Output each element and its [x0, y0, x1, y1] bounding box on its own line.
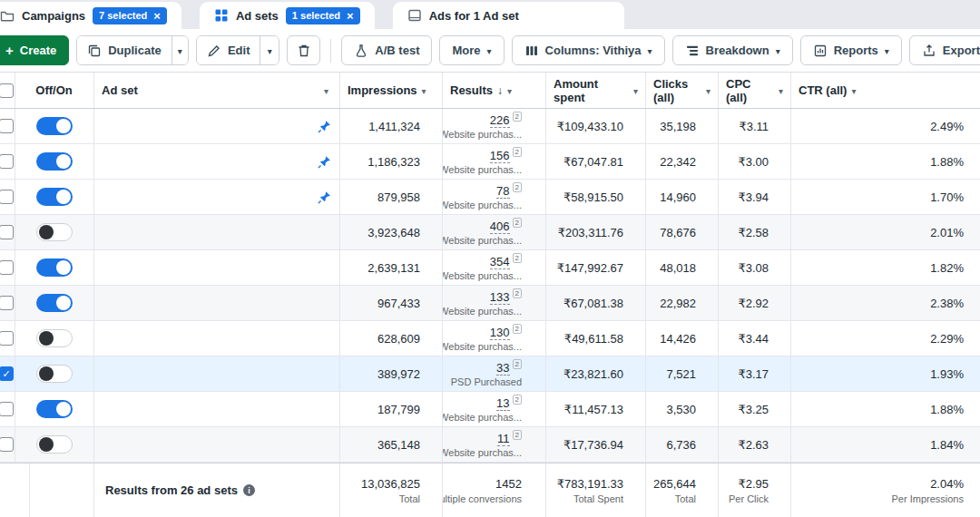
adset-name-cell[interactable]: [94, 286, 340, 320]
table-row[interactable]: 2,639,131 354 2 Website purchas... ₹147,…: [0, 250, 980, 286]
table-row[interactable]: 628,609 130 2 Website purchas... ₹49,611…: [0, 321, 980, 356]
columns-button[interactable]: Columns: Vithiya: [512, 35, 665, 65]
table-row[interactable]: 967,433 133 2 Website purchas... ₹67,081…: [0, 286, 980, 321]
adset-name-cell[interactable]: [94, 356, 340, 391]
duplicate-dropdown[interactable]: [172, 36, 188, 64]
row-toggle[interactable]: [36, 365, 73, 383]
delete-button[interactable]: [287, 35, 320, 65]
footer-impressions: 13,036,825 Total: [340, 463, 443, 517]
breakdown-button[interactable]: Breakdown: [672, 35, 793, 65]
row-toggle[interactable]: [36, 258, 73, 277]
adset-name-cell[interactable]: [94, 180, 340, 214]
edit-dropdown[interactable]: [260, 36, 278, 64]
row-checkbox[interactable]: [0, 296, 14, 310]
adset-name-cell[interactable]: [94, 109, 340, 143]
adsets-selected-badge[interactable]: 1 selected: [286, 7, 360, 24]
row-checkbox[interactable]: [0, 260, 14, 275]
table-row[interactable]: 879,958 78 2 Website purchas... ₹58,915.…: [0, 180, 980, 215]
col-header-adset-label: Ad set: [102, 83, 138, 97]
info-icon[interactable]: [243, 484, 255, 496]
row-toggle[interactable]: [36, 400, 73, 418]
adset-name-cell[interactable]: [94, 427, 340, 462]
reports-button[interactable]: Reports: [800, 35, 902, 65]
chevron-down-icon[interactable]: [422, 83, 426, 97]
row-toggle[interactable]: [36, 152, 73, 171]
row-checkbox[interactable]: [0, 119, 14, 133]
results-value[interactable]: 11: [497, 432, 510, 446]
cell-amount-spent: ₹67,081.38: [546, 286, 646, 320]
chevron-down-icon[interactable]: [633, 83, 638, 97]
chevron-down-icon[interactable]: [507, 83, 512, 97]
duplicate-button[interactable]: Duplicate: [77, 36, 172, 64]
col-header-results[interactable]: Results: [443, 73, 546, 108]
create-button[interactable]: Create: [0, 35, 69, 65]
cell-clicks: 22,982: [646, 286, 719, 320]
col-header-ctr[interactable]: CTR (all): [791, 73, 980, 108]
chevron-down-icon[interactable]: [779, 83, 783, 97]
row-toggle[interactable]: [36, 223, 73, 241]
results-value[interactable]: 156: [490, 149, 510, 163]
close-icon[interactable]: [347, 10, 354, 22]
row-checkbox[interactable]: [0, 331, 14, 346]
table-row[interactable]: 389,972 33 2 PSD Purchased ₹23,821.60 7,…: [0, 356, 980, 392]
results-attribution-badge: 2: [513, 324, 522, 334]
more-button[interactable]: More: [439, 35, 504, 65]
tab-ads[interactable]: Ads for 1 Ad set: [393, 2, 624, 29]
row-toggle[interactable]: [36, 188, 73, 206]
chevron-down-icon[interactable]: [324, 83, 328, 97]
cell-cpc: ₹2.58: [719, 215, 791, 249]
table-row[interactable]: 1,411,324 226 2 Website purchas... ₹109,…: [0, 109, 980, 144]
chevron-down-icon[interactable]: [851, 83, 856, 97]
row-toggle[interactable]: [36, 435, 73, 454]
chevron-down-icon: [648, 44, 652, 57]
close-icon[interactable]: [153, 10, 161, 22]
table-row[interactable]: 3,923,648 406 2 Website purchas... ₹203,…: [0, 215, 980, 250]
results-value[interactable]: 13: [496, 396, 509, 411]
results-value[interactable]: 354: [490, 255, 510, 269]
results-value[interactable]: 226: [490, 113, 510, 128]
tab-campaigns[interactable]: Campaigns 7 selected: [0, 2, 181, 29]
table-row[interactable]: 1,186,323 156 2 Website purchas... ₹67,0…: [0, 144, 980, 180]
adset-name-cell[interactable]: [94, 321, 340, 356]
col-header-adset[interactable]: Ad set: [94, 73, 340, 108]
grid-icon: [214, 8, 229, 23]
edit-button[interactable]: Edit: [197, 36, 260, 64]
table-row[interactable]: 187,799 13 2 Website purchas... ₹11,457.…: [0, 392, 980, 427]
campaigns-selected-badge[interactable]: 7 selected: [93, 7, 167, 24]
cell-impressions: 628,609: [340, 321, 443, 356]
results-value[interactable]: 406: [490, 219, 510, 234]
table-row[interactable]: 365,148 11 2 Website purchas... ₹17,736.…: [0, 427, 980, 463]
tab-adsets[interactable]: Ad sets 1 selected: [200, 2, 375, 29]
col-header-amount-spent[interactable]: Amount spent: [546, 73, 646, 108]
row-checkbox[interactable]: [0, 225, 14, 239]
cell-clicks: 22,342: [646, 144, 719, 179]
chevron-down-icon[interactable]: [706, 83, 710, 97]
results-value[interactable]: 33: [496, 361, 509, 376]
col-header-impressions[interactable]: Impressions: [340, 73, 443, 108]
results-value[interactable]: 133: [490, 290, 510, 305]
row-checkbox[interactable]: [0, 190, 14, 204]
row-toggle[interactable]: [36, 294, 73, 312]
col-header-cpc[interactable]: CPC (all): [719, 73, 791, 108]
row-checkbox[interactable]: [0, 366, 14, 381]
adset-name-cell[interactable]: [94, 144, 340, 179]
cell-cpc: ₹3.11: [719, 109, 791, 143]
ab-test-button[interactable]: A/B test: [341, 35, 432, 65]
adset-name-cell[interactable]: [94, 250, 340, 285]
select-all-checkbox[interactable]: [0, 83, 14, 98]
row-toggle[interactable]: [36, 117, 73, 135]
results-value[interactable]: 130: [490, 326, 510, 340]
cell-impressions: 967,433: [340, 286, 443, 320]
row-checkbox[interactable]: [0, 437, 14, 452]
results-value[interactable]: 78: [496, 184, 509, 199]
row-checkbox[interactable]: [0, 402, 14, 416]
row-toggle[interactable]: [36, 329, 73, 347]
results-attribution-badge: 2: [513, 218, 522, 228]
col-header-toggle: Off/On: [15, 73, 94, 108]
adset-name-cell[interactable]: [94, 215, 340, 249]
results-note: Website purchas...: [443, 164, 522, 175]
col-header-clicks[interactable]: Clicks (all): [646, 73, 719, 108]
export-button[interactable]: Export: [909, 35, 980, 65]
row-checkbox[interactable]: [0, 154, 14, 169]
adset-name-cell[interactable]: [94, 392, 340, 426]
